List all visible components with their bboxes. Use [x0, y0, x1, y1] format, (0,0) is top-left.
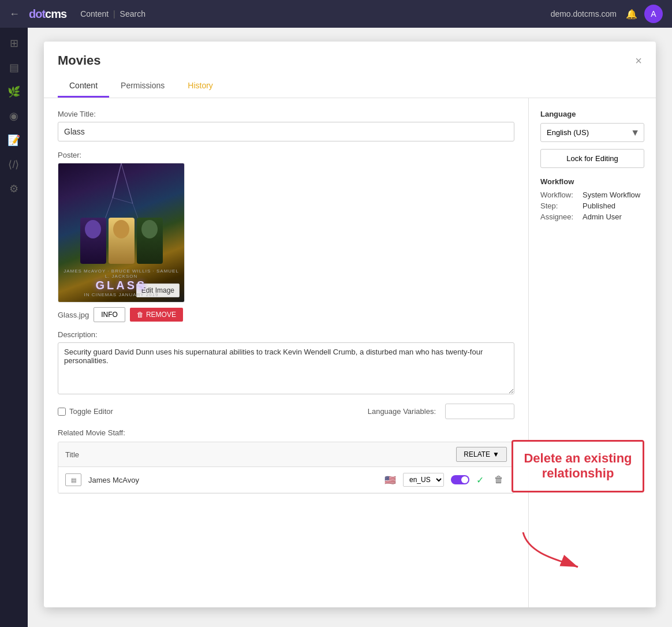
staff-name: James McAvoy — [88, 476, 378, 484]
remove-label: REMOVE — [146, 311, 176, 319]
workflow-section-label: Workflow — [540, 177, 644, 186]
modal-body: Movie Title: Poster: — [44, 98, 656, 607]
sidebar: ⊞ ▤ 🌿 ◉ 📝 ⟨/⟩ ⚙ — [0, 28, 28, 627]
tab-permissions[interactable]: Permissions — [109, 75, 176, 98]
relate-button[interactable]: RELATE ▼ — [456, 447, 507, 462]
trash-icon: 🗑 — [137, 311, 144, 319]
related-section-label: Related Movie Staff: — [58, 428, 514, 437]
poster-actions: Glass.jpg INFO 🗑 REMOVE — [58, 307, 514, 322]
description-textarea[interactable]: Security guard David Dunn uses his super… — [58, 342, 514, 394]
tab-bar: Content Permissions History — [58, 75, 642, 98]
back-button[interactable]: ← — [9, 8, 20, 20]
sidebar-icon-settings[interactable]: ⚙ — [9, 182, 18, 195]
relate-dropdown-icon: ▼ — [492, 450, 499, 458]
related-table: Title RELATE ▼ ▤ James McAvoy 🇺🇸 — [58, 442, 514, 494]
logo: dotcms — [29, 8, 66, 21]
related-table-header: Title RELATE ▼ — [58, 442, 514, 467]
assignee-key: Assignee: — [540, 212, 578, 221]
sidebar-icon-analytics[interactable]: ▤ — [9, 61, 19, 74]
poster-container: JAMES McAVOY · BRUCE WILLIS · SAMUEL L. … — [58, 163, 185, 303]
movie-title-label: Movie Title: — [58, 110, 514, 118]
switch-track[interactable] — [451, 475, 469, 484]
poster-image: JAMES McAVOY · BRUCE WILLIS · SAMUEL L. … — [58, 163, 184, 302]
sidebar-icon-tree[interactable]: 🌿 — [8, 85, 20, 98]
lock-for-editing-button[interactable]: Lock for Editing — [540, 149, 644, 168]
modal-movies: Movies × Content Permissions History Mov… — [44, 42, 656, 607]
poster-filename: Glass.jpg — [58, 311, 89, 319]
table-row: ▤ James McAvoy 🇺🇸 en_US ✓ — [58, 467, 514, 493]
main-area: Movies × Content Permissions History Mov… — [28, 28, 672, 627]
language-section-label: Language — [540, 110, 644, 118]
workflow-key: Workflow: — [540, 191, 578, 199]
step-key: Step: — [540, 201, 578, 210]
poster-main-title: GLASS — [63, 279, 180, 292]
language-select-wrapper: English (US) ▼ — [540, 123, 644, 142]
toggle-editor-checkbox[interactable] — [58, 408, 66, 416]
bottom-row: Toggle Editor Language Variables: — [58, 404, 514, 419]
flag-icon: 🇺🇸 — [384, 475, 396, 486]
workflow-val: System Workflow — [583, 191, 640, 199]
workflow-row: Workflow: System Workflow — [540, 191, 644, 199]
content-type-icon: ▤ — [65, 473, 81, 486]
sidebar-icon-content[interactable]: 📝 — [8, 134, 20, 147]
content-panel: Movie Title: Poster: — [44, 98, 529, 607]
assignee-row: Assignee: Admin User — [540, 212, 644, 221]
language-select[interactable]: English (US) — [540, 123, 644, 142]
sidebar-icon-code[interactable]: ⟨/⟩ — [8, 158, 19, 171]
active-toggle[interactable] — [451, 475, 469, 484]
assignee-val: Admin User — [583, 212, 622, 221]
relate-label: RELATE — [464, 450, 490, 458]
nav-icons: 🔔 A — [626, 5, 663, 23]
related-col-title: Title — [65, 450, 79, 459]
tab-history[interactable]: History — [176, 75, 225, 98]
modal-close-button[interactable]: × — [635, 54, 642, 68]
step-row: Step: Published — [540, 201, 644, 210]
movie-title-input[interactable] — [58, 122, 514, 141]
modal-title-row: Movies × — [58, 53, 642, 68]
right-panel: Language English (US) ▼ Lock for Editing… — [529, 98, 656, 607]
status-check-icon: ✓ — [476, 475, 484, 486]
breadcrumb: Content | Search — [80, 9, 145, 18]
annotation-text: Delete an existing relationship — [522, 451, 633, 482]
locale-select[interactable]: en_US — [403, 473, 444, 487]
description-label: Description: — [58, 330, 514, 339]
svg-line-2 — [121, 163, 133, 203]
delete-relationship-button[interactable]: 🗑 — [491, 473, 507, 486]
poster-title-area: JAMES McAVOY · BRUCE WILLIS · SAMUEL L. … — [58, 264, 184, 302]
poster-date: IN CINEMAS JANUARY 2019 — [63, 292, 180, 297]
workflow-section: Workflow Workflow: System Workflow Step:… — [540, 177, 644, 221]
domain-label: demo.dotcms.com — [551, 9, 617, 18]
sidebar-icon-circle[interactable]: ◉ — [9, 110, 18, 122]
poster-label: Poster: — [58, 151, 514, 159]
tab-content[interactable]: Content — [58, 75, 109, 98]
lang-vars-label: Language Variables: — [368, 407, 436, 416]
modal-header: Movies × Content Permissions History — [44, 42, 656, 98]
avatar[interactable]: A — [644, 5, 663, 23]
lang-vars-input[interactable] — [445, 404, 514, 419]
content-icon-glyph: ▤ — [71, 477, 76, 483]
svg-line-0 — [113, 163, 121, 197]
step-val: Published — [583, 201, 615, 210]
switch-thumb — [461, 476, 468, 483]
remove-button[interactable]: 🗑 REMOVE — [130, 308, 183, 322]
poster-subtitle: JAMES McAVOY · BRUCE WILLIS · SAMUEL L. … — [63, 268, 180, 279]
info-button[interactable]: INFO — [94, 307, 125, 322]
sidebar-icon-home[interactable]: ⊞ — [10, 37, 18, 50]
modal-title-text: Movies — [58, 53, 101, 68]
svg-line-4 — [113, 197, 133, 203]
bell-icon[interactable]: 🔔 — [626, 9, 637, 20]
annotation-box: Delete an existing relationship — [512, 440, 644, 492]
poster-faces — [74, 212, 169, 264]
top-navbar: ← dotcms Content | Search demo.dotcms.co… — [0, 0, 672, 28]
toggle-editor-label: Toggle Editor — [58, 407, 113, 416]
